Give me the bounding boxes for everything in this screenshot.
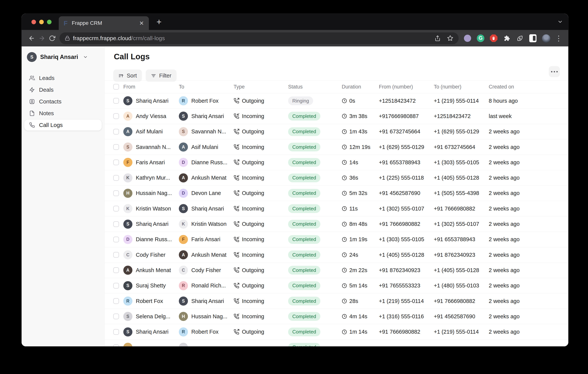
- row-checkbox[interactable]: [113, 344, 119, 346]
- table-row[interactable]: KKathryn Mur... AAnkush Menat Incoming C…: [105, 170, 568, 185]
- duration: 4m 14s: [349, 313, 367, 320]
- sidebar-item-leads[interactable]: Leads: [24, 73, 102, 84]
- from-number: +91 4562587690: [379, 190, 420, 196]
- tab-close-icon[interactable]: ✕: [139, 20, 144, 27]
- reader-sidebar-icon[interactable]: [529, 34, 537, 42]
- call-type: Incoming: [242, 206, 264, 212]
- table-row[interactable]: KKristin Watson SShariq Ansari Incoming …: [105, 201, 568, 216]
- more-options-button[interactable]: [549, 66, 560, 77]
- status-badge: Ringing: [288, 96, 313, 105]
- sidebar-item-deals[interactable]: Deals: [24, 84, 102, 95]
- share-icon[interactable]: [435, 35, 441, 41]
- table-row[interactable]: AAndy Viessa SShariq Ansari Incoming Com…: [105, 108, 568, 124]
- row-checkbox[interactable]: [113, 298, 119, 304]
- select-all-checkbox[interactable]: [113, 84, 119, 90]
- table-body: SShariq Ansari RRobert Fox Outgoing Ring…: [105, 93, 568, 346]
- table-row[interactable]: SSavannah N... AAsif Mulani Incoming Com…: [105, 139, 568, 155]
- table-row[interactable]: SSuraj Shetty RRonald Rich... Outgoing C…: [105, 278, 568, 293]
- row-checkbox[interactable]: [113, 221, 119, 227]
- address-bar[interactable]: frappecrm.frappe.cloud/crm/call-logs: [60, 32, 459, 44]
- row-checkbox[interactable]: [113, 129, 119, 135]
- row-checkbox[interactable]: [113, 206, 119, 212]
- row-checkbox[interactable]: [113, 190, 119, 196]
- row-checkbox[interactable]: [113, 175, 119, 181]
- forward-button[interactable]: [37, 33, 47, 43]
- sort-button[interactable]: Sort: [113, 70, 142, 82]
- created-on: 2 weeks ago: [489, 190, 520, 196]
- back-button[interactable]: [27, 33, 37, 43]
- new-tab-button[interactable]: +: [157, 17, 162, 27]
- table-row[interactable]: AAsif Mulani SSavannah N... Outgoing Com…: [105, 124, 568, 139]
- avatar: S: [179, 127, 188, 136]
- row-checkbox[interactable]: [113, 237, 119, 242]
- status-badge: Completed: [288, 281, 320, 290]
- minimize-window-button[interactable]: [39, 20, 44, 24]
- table-row[interactable]: SSelena Delg... HHussain Nag... Incoming…: [105, 309, 568, 324]
- column-header-to: To: [179, 84, 184, 90]
- browser-menu-icon[interactable]: ⋮: [555, 35, 562, 42]
- row-checkbox[interactable]: [113, 267, 119, 273]
- status-badge: Completed: [288, 204, 320, 213]
- from-number: +1 (405) 555-0128: [379, 252, 424, 258]
- call-type: Outgoing: [242, 190, 264, 196]
- filter-button[interactable]: Filter: [146, 70, 176, 82]
- browser-tab[interactable]: F Frappe CRM ✕: [59, 16, 149, 30]
- status-badge: Completed: [288, 266, 320, 275]
- created-on: 8 hours ago: [489, 98, 518, 104]
- row-checkbox[interactable]: [113, 98, 119, 104]
- table-row[interactable]: Completed: [105, 340, 568, 346]
- clock-icon: [342, 129, 347, 134]
- avatar: S: [179, 112, 188, 121]
- sidebar-item-contacts[interactable]: Contacts: [24, 96, 102, 107]
- table-row[interactable]: SShariq Ansari KKristin Watson Outgoing …: [105, 216, 568, 232]
- to-number: +91 6732745664: [434, 144, 475, 150]
- table-row[interactable]: CCody Fisher AAnkush Menat Incoming Comp…: [105, 247, 568, 263]
- call-type: Incoming: [242, 144, 264, 150]
- row-checkbox[interactable]: [113, 113, 119, 119]
- tab-search-chevron-icon[interactable]: [557, 19, 563, 25]
- table-row[interactable]: DDianne Russ... FFaris Ansari Incoming C…: [105, 232, 568, 247]
- table-row[interactable]: AAnkush Menat CCody Fisher Outgoing Comp…: [105, 263, 568, 278]
- bookmark-star-icon[interactable]: [447, 35, 453, 41]
- clock-icon: [342, 252, 347, 257]
- phone-incoming-icon: [234, 206, 239, 212]
- leaf-extension-icon[interactable]: [516, 34, 524, 42]
- phone-outgoing-icon: [234, 221, 239, 227]
- sidebar-item-call-logs[interactable]: Call Logs: [24, 119, 102, 130]
- row-checkbox[interactable]: [113, 160, 119, 165]
- grammarly-extension-icon[interactable]: G: [477, 34, 484, 42]
- phone-icon: [29, 122, 35, 128]
- column-header-from-number: From (number): [379, 84, 413, 90]
- profile-avatar[interactable]: [542, 34, 550, 42]
- to-number: +1 (302) 555-0107: [434, 221, 479, 227]
- avatar: S: [123, 281, 132, 290]
- from-number: +1 (225) 555-0118: [379, 175, 424, 181]
- extensions-puzzle-icon[interactable]: [503, 34, 511, 42]
- table-row[interactable]: FFaris Ansari DDianne Russ... Outgoing C…: [105, 155, 568, 170]
- row-checkbox[interactable]: [113, 283, 119, 289]
- phone-outgoing-icon: [234, 98, 239, 104]
- row-checkbox[interactable]: [113, 252, 119, 258]
- clock-icon: [342, 98, 347, 103]
- row-checkbox[interactable]: [113, 314, 119, 319]
- sidebar-item-notes[interactable]: Notes: [24, 108, 102, 119]
- github-extension-icon[interactable]: [463, 34, 472, 42]
- user-menu[interactable]: S Shariq Ansari: [24, 52, 102, 62]
- table-row[interactable]: SShariq Ansari RRobert Fox Outgoing Ring…: [105, 93, 568, 108]
- close-window-button[interactable]: [32, 20, 36, 24]
- adblock-extension-icon[interactable]: [490, 34, 498, 42]
- phone-outgoing-icon: [234, 329, 239, 335]
- to-number: +12518423472: [434, 113, 471, 119]
- avatar: [179, 343, 188, 346]
- row-checkbox[interactable]: [113, 329, 119, 335]
- table-row[interactable]: RRobert Fox SShariq Ansari Incoming Comp…: [105, 293, 568, 309]
- table-row[interactable]: SShariq Ansari RRobert Fox Outgoing Comp…: [105, 324, 568, 340]
- reload-button[interactable]: [47, 33, 57, 43]
- sidebar-nav: LeadsDealsContactsNotesCall Logs: [24, 73, 102, 130]
- from-number: +91 7655553323: [379, 282, 420, 289]
- zoom-window-button[interactable]: [47, 20, 52, 24]
- table-row[interactable]: HHussain Nag... DDevon Lane Outgoing Com…: [105, 186, 568, 201]
- to-number: +1 (629) 555-0129: [434, 128, 479, 135]
- row-checkbox[interactable]: [113, 144, 119, 150]
- from-number: +91 7666980882: [379, 221, 420, 227]
